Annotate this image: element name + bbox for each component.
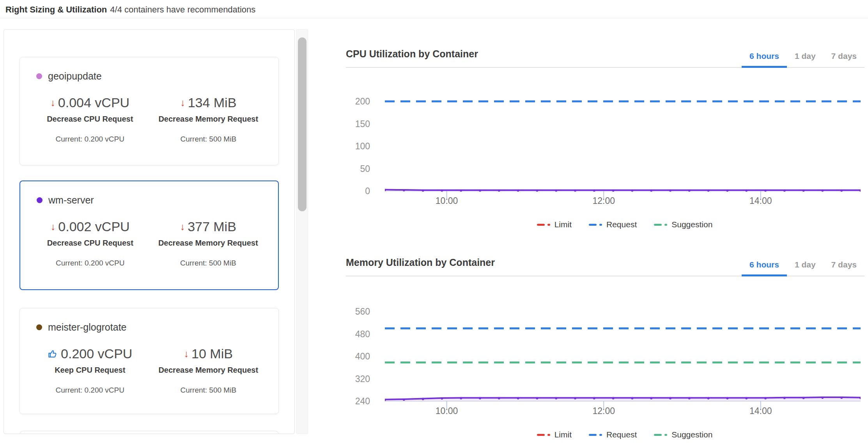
cpu-chart-legend: LimitRequestSuggestion	[385, 220, 864, 229]
x-axis-label: 14:00	[749, 406, 772, 416]
y-axis-label: 100	[346, 141, 370, 151]
cpu-action-label: Decrease CPU Request	[31, 115, 149, 124]
memory-current-value: Current: 500 MiB	[149, 386, 268, 395]
legend-item-suggestion[interactable]: Suggestion	[654, 220, 712, 229]
legend-item-suggestion[interactable]: Suggestion	[654, 430, 712, 439]
legend-item-request[interactable]: Request	[589, 220, 637, 229]
memory-recommended-value: 10 MiB	[191, 346, 233, 361]
memory-action-label: Decrease Memory Request	[149, 239, 267, 248]
legend-item-request[interactable]: Request	[589, 430, 637, 439]
page-title: Right Sizing & Utilization4/4 containers…	[5, 5, 255, 15]
arrow-down-icon: ↓	[51, 222, 56, 232]
memory-utilization-chart: Memory Utilization by Container 6 hours …	[346, 251, 864, 439]
cpu-recommended-value: 0.002 vCPU	[58, 219, 129, 234]
page-subtitle: 4/4 containers have recommendations	[110, 5, 255, 14]
memory-action-label: Decrease Memory Request	[149, 366, 268, 375]
panel-scrollbar-thumb[interactable]	[298, 37, 306, 211]
memory-recommended-value: 377 MiB	[188, 219, 236, 234]
time-range-tabs: 6 hours 1 day 7 days	[742, 43, 864, 67]
container-card-partial[interactable]	[19, 431, 279, 434]
y-axis-label: 50	[346, 164, 370, 174]
container-name: geoipupdate	[48, 71, 102, 82]
legend-item-limit[interactable]: Limit	[537, 430, 572, 439]
container-card-meister-glogrotate[interactable]: meister-glogrotate 0.200 vCPU Keep CPU R…	[19, 308, 279, 414]
memory-recommendation: ↓10 MiB Decrease Memory Request Current:…	[149, 346, 268, 395]
container-name: meister-glogrotate	[48, 322, 126, 333]
tab-6-hours[interactable]: 6 hours	[742, 51, 787, 67]
x-axis-label: 14:00	[749, 196, 772, 206]
y-axis-label: 240	[346, 396, 370, 406]
cpu-current-value: Current: 0.200 vCPU	[31, 259, 149, 267]
thumbs-up-icon	[48, 349, 58, 359]
memory-recommendation: ↓377 MiB Decrease Memory Request Current…	[149, 219, 267, 267]
y-axis-labels: 050100150200	[346, 82, 370, 203]
cpu-recommendation: ↓0.002 vCPU Decrease CPU Request Current…	[31, 219, 149, 267]
tab-7-days[interactable]: 7 days	[824, 260, 864, 276]
y-axis-label: 0	[346, 186, 370, 196]
tab-6-hours[interactable]: 6 hours	[742, 260, 787, 276]
y-axis-label: 560	[346, 306, 370, 317]
container-color-dot	[37, 197, 43, 203]
container-card-geoipupdate[interactable]: geoipupdate ↓0.004 vCPU Decrease CPU Req…	[19, 57, 279, 165]
y-axis-label: 200	[346, 96, 370, 106]
recommendations-panel: geoipupdate ↓0.004 vCPU Decrease CPU Req…	[4, 29, 295, 434]
memory-action-label: Decrease Memory Request	[149, 115, 268, 124]
chart-title: CPU Utilization by Container	[346, 43, 478, 67]
right-sizing-page: Right Sizing & Utilization4/4 containers…	[0, 0, 868, 446]
memory-plot-area[interactable]: 240320400480560 10:0012:0014:00	[346, 292, 864, 413]
y-axis-label: 150	[346, 119, 370, 129]
x-axis-label: 12:00	[592, 406, 615, 416]
arrow-down-icon: ↓	[180, 98, 185, 108]
time-range-tabs: 6 hours 1 day 7 days	[742, 251, 864, 276]
container-name: wm-server	[48, 195, 94, 206]
chart-canvas	[385, 292, 861, 413]
legend-item-limit[interactable]: Limit	[537, 220, 572, 229]
cpu-recommendation: 0.200 vCPU Keep CPU Request Current: 0.2…	[31, 346, 149, 395]
cpu-recommended-value: 0.200 vCPU	[61, 346, 132, 361]
container-color-dot	[36, 73, 42, 79]
cpu-action-label: Keep CPU Request	[31, 366, 149, 375]
arrow-down-icon: ↓	[184, 349, 189, 359]
x-axis-label: 10:00	[436, 406, 458, 416]
arrow-down-icon: ↓	[180, 222, 185, 232]
tab-1-day[interactable]: 1 day	[787, 51, 824, 67]
y-axis-label: 320	[346, 374, 370, 384]
page-title-bold: Right Sizing & Utilization	[5, 5, 107, 14]
tab-1-day[interactable]: 1 day	[787, 260, 824, 276]
cpu-action-label: Decrease CPU Request	[31, 239, 149, 248]
cpu-recommended-value: 0.004 vCPU	[58, 95, 129, 110]
chart-canvas	[385, 82, 861, 203]
x-axis-label: 10:00	[436, 196, 458, 206]
y-axis-label: 480	[346, 329, 370, 339]
memory-chart-legend: LimitRequestSuggestion	[385, 430, 864, 439]
memory-current-value: Current: 500 MiB	[149, 259, 267, 267]
chart-title: Memory Utilization by Container	[346, 251, 495, 276]
x-axis-label: 12:00	[592, 196, 615, 206]
cpu-plot-area[interactable]: 050100150200 10:0012:0014:00	[346, 82, 864, 203]
tab-7-days[interactable]: 7 days	[824, 51, 864, 67]
memory-recommended-value: 134 MiB	[188, 95, 237, 110]
container-card-wm-server-selected[interactable]: wm-server ↓0.002 vCPU Decrease CPU Reque…	[19, 181, 279, 290]
cpu-current-value: Current: 0.200 vCPU	[31, 135, 149, 143]
header-divider	[0, 18, 868, 18]
cpu-recommendation: ↓0.004 vCPU Decrease CPU Request Current…	[31, 95, 149, 143]
container-color-dot	[36, 324, 42, 330]
cpu-utilization-chart: CPU Utilization by Container 6 hours 1 d…	[346, 43, 864, 229]
memory-current-value: Current: 500 MiB	[149, 135, 268, 143]
y-axis-labels: 240320400480560	[346, 292, 370, 413]
y-axis-label: 400	[346, 351, 370, 361]
arrow-down-icon: ↓	[50, 98, 55, 108]
memory-recommendation: ↓134 MiB Decrease Memory Request Current…	[149, 95, 268, 143]
cpu-current-value: Current: 0.200 vCPU	[31, 386, 149, 395]
